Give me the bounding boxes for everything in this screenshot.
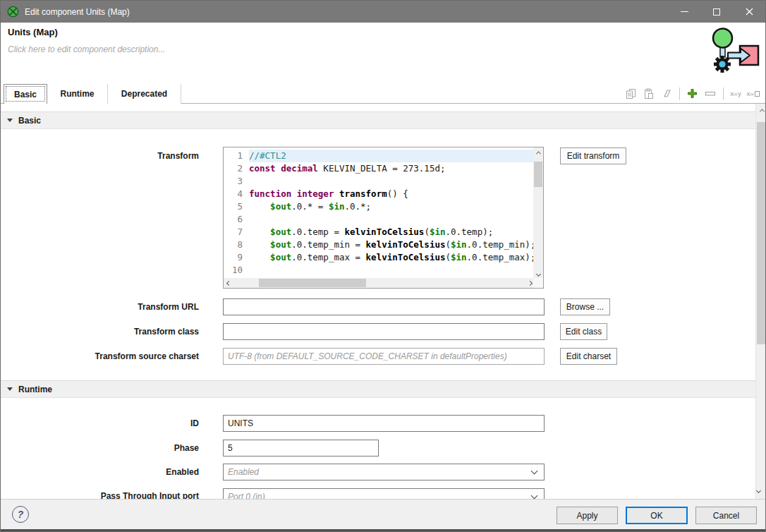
- toolbar-separator: [723, 87, 724, 100]
- reference-icon[interactable]: x=: [746, 90, 760, 97]
- apply-button[interactable]: Apply: [557, 507, 618, 524]
- line-number: 6: [224, 213, 249, 226]
- code-lines: 1//#CTL22const decimal KELVIN_DELTA = 27…: [224, 150, 533, 277]
- content-scroll-up-arrow[interactable]: [756, 105, 766, 115]
- content-scroll-down-arrow[interactable]: [756, 488, 766, 497]
- editor-scroll-corner: [533, 278, 543, 288]
- code-text: $out.0.temp_min = kelvinToCelsius($in.0.…: [249, 238, 533, 251]
- remove-icon[interactable]: [704, 87, 717, 100]
- maximize-button[interactable]: [700, 1, 733, 23]
- edit-transform-button[interactable]: Edit transform: [560, 147, 626, 164]
- code-text: $out.0.temp = kelvinToCelsius($in.0.temp…: [249, 226, 533, 238]
- expression-icon[interactable]: x=y: [730, 90, 741, 97]
- scroll-up-arrow[interactable]: [533, 147, 543, 157]
- content-scroll-thumb[interactable]: [757, 122, 766, 344]
- minimize-button[interactable]: [668, 1, 700, 23]
- code-text: const decimal KELVIN_DELTA = 273.15d;: [249, 162, 533, 175]
- reference-box-glyph: [755, 91, 760, 97]
- browse-button[interactable]: Browse ...: [560, 298, 610, 315]
- code-text: [249, 175, 533, 188]
- code-line[interactable]: 4function integer transform() {: [224, 188, 533, 200]
- window-bottom-border: [1, 529, 765, 531]
- line-number: 7: [224, 226, 249, 238]
- line-number: 4: [224, 188, 249, 200]
- enabled-select[interactable]: Enabled: [223, 464, 545, 480]
- code-line[interactable]: 6: [224, 213, 533, 226]
- collapse-triangle-icon: [7, 387, 13, 391]
- component-description-placeholder[interactable]: Click here to edit component description…: [8, 44, 165, 54]
- tab-basic[interactable]: Basic: [4, 84, 47, 104]
- code-line[interactable]: 10: [224, 264, 533, 277]
- code-text: [249, 213, 533, 226]
- tab-deprecated[interactable]: Deprecated: [108, 84, 181, 104]
- code-text: function integer transform() {: [249, 188, 533, 200]
- enabled-label: Enabled: [1, 467, 199, 477]
- transform-url-label: Transform URL: [1, 302, 199, 312]
- component-name-title: Units (Map): [8, 27, 58, 37]
- help-button[interactable]: ?: [12, 506, 29, 523]
- close-button[interactable]: [733, 1, 765, 23]
- add-icon[interactable]: [686, 87, 699, 100]
- phase-label: Phase: [1, 443, 199, 453]
- code-line[interactable]: 5 $out.0.* = $in.0.*;: [224, 200, 533, 213]
- id-input[interactable]: [223, 415, 545, 432]
- code-line[interactable]: 7 $out.0.temp = kelvinToCelsius($in.0.te…: [224, 226, 533, 238]
- transform-label: Transform: [1, 151, 199, 161]
- editor-horizontal-scrollbar[interactable]: [224, 278, 535, 288]
- code-line[interactable]: 1//#CTL2: [224, 150, 533, 162]
- code-line[interactable]: 9 $out.0.temp_max = kelvinToCelsius($in.…: [224, 251, 533, 264]
- code-text: $out.0.temp_max = kelvinToCelsius($in.0.…: [249, 251, 533, 264]
- clear-icon[interactable]: [660, 87, 673, 100]
- transform-url-input[interactable]: [223, 298, 545, 315]
- enabled-value: Enabled: [224, 467, 532, 477]
- chevron-down-icon: [531, 468, 538, 475]
- tab-label: Runtime: [61, 89, 95, 99]
- window-titlebar: Edit component Units (Map): [1, 1, 765, 23]
- id-label: ID: [1, 418, 199, 428]
- code-line[interactable]: 2const decimal KELVIN_DELTA = 273.15d;: [224, 162, 533, 175]
- transform-class-input[interactable]: [223, 323, 545, 340]
- scroll-left-arrow[interactable]: [224, 278, 233, 288]
- property-toolbar: x=y x=: [625, 84, 760, 103]
- phase-input[interactable]: [223, 440, 379, 457]
- line-number: 10: [224, 264, 249, 277]
- toolbar-separator: [679, 87, 680, 100]
- gear-icon: [714, 56, 731, 73]
- transform-source-charset-input[interactable]: [223, 348, 545, 365]
- line-number: 2: [224, 162, 249, 175]
- copy-icon[interactable]: [625, 87, 638, 100]
- button-bar: ? Apply OK Cancel: [1, 499, 765, 531]
- code-line[interactable]: 3: [224, 175, 533, 188]
- window-title: Edit component Units (Map): [25, 7, 130, 17]
- content-scrollbar[interactable]: [755, 104, 766, 499]
- map-component-icon: [701, 26, 766, 81]
- section-basic-label: Basic: [18, 116, 41, 126]
- tab-label: Basic: [14, 90, 37, 99]
- editor-vertical-scrollbar[interactable]: [533, 147, 543, 279]
- line-number: 8: [224, 238, 249, 251]
- question-icon: ?: [18, 509, 24, 520]
- dialog-content: Basic Transform 1//#CTL22const decimal K…: [1, 104, 765, 499]
- window-controls: [668, 1, 765, 23]
- maximize-icon: [713, 8, 720, 16]
- section-header-basic[interactable]: Basic: [1, 111, 755, 129]
- tab-runtime[interactable]: Runtime: [47, 84, 108, 104]
- code-text: //#CTL2: [249, 150, 533, 162]
- edit-class-button[interactable]: Edit class: [560, 323, 607, 340]
- tab-label: Deprecated: [121, 89, 167, 99]
- cloverdx-logo-icon: [7, 6, 19, 18]
- section-header-runtime[interactable]: Runtime: [1, 380, 755, 398]
- paste-icon[interactable]: [643, 87, 655, 100]
- close-icon: [746, 8, 753, 16]
- line-number: 9: [224, 251, 249, 264]
- ok-button[interactable]: OK: [626, 507, 688, 524]
- cancel-button[interactable]: Cancel: [695, 507, 757, 524]
- minimize-icon: [681, 11, 688, 12]
- edit-charset-button[interactable]: Edit charset: [560, 348, 617, 365]
- editor-hscroll-thumb[interactable]: [259, 279, 366, 287]
- code-text: $out.0.* = $in.0.*;: [249, 200, 533, 213]
- editor-vscroll-thumb[interactable]: [534, 162, 542, 187]
- transform-code-editor[interactable]: 1//#CTL22const decimal KELVIN_DELTA = 27…: [223, 147, 544, 289]
- code-line[interactable]: 8 $out.0.temp_min = kelvinToCelsius($in.…: [224, 238, 533, 251]
- transform-source-charset-label: Transform source charset: [1, 351, 199, 361]
